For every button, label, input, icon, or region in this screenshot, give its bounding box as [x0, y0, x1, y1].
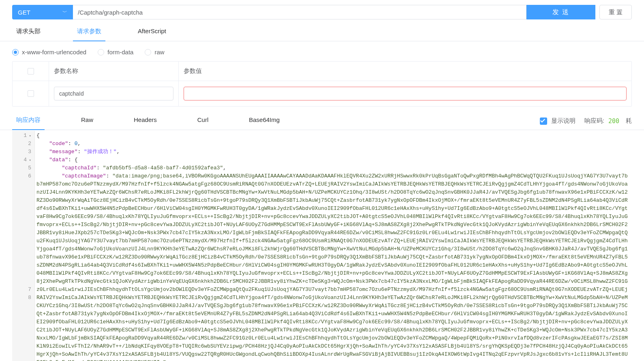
radio-label: raw	[154, 49, 164, 56]
url-input[interactable]	[73, 5, 526, 19]
show-desc-checkbox[interactable]	[540, 117, 547, 125]
body-type-radios: x-www-form-urlencoded form-data raw	[0, 41, 644, 61]
tab-raw[interactable]: Raw	[77, 116, 97, 130]
resp-code-value: 200	[608, 117, 619, 125]
radio-urlencoded[interactable]: x-www-form-urlencoded	[12, 49, 86, 56]
show-desc-label: 显示说明	[551, 117, 576, 125]
param-name-input[interactable]	[54, 87, 173, 100]
tab-response-content[interactable]: 响应内容	[12, 116, 45, 130]
tab-request-headers[interactable]: 请求头部	[12, 28, 45, 41]
chevron-down-icon: ﹀	[62, 9, 67, 16]
response-tabs: 响应内容 Raw Headers Curl Base64Img	[12, 116, 284, 130]
send-button[interactable]: 发 送	[526, 5, 595, 19]
request-tabs: 请求头部 请求参数 AfterScript	[0, 19, 644, 41]
row-checkbox[interactable]	[28, 90, 34, 97]
radio-icon	[98, 49, 104, 56]
params-name-header: 参数名称	[49, 62, 179, 81]
tab-request-params[interactable]: 请求参数	[73, 28, 105, 41]
method-value: GET	[18, 9, 30, 16]
radio-label: form-data	[107, 49, 133, 56]
editor-gutter: 1 2 3 4 5 6 7 8	[12, 131, 35, 361]
radio-formdata[interactable]: form-data	[98, 49, 133, 56]
method-select[interactable]: GET ﹀	[12, 5, 73, 19]
resp-time-label: 耗	[626, 117, 632, 125]
radio-icon	[12, 49, 19, 56]
tab-base64img[interactable]: Base64Img	[245, 116, 284, 130]
params-value-header: 参数值	[179, 62, 631, 81]
tab-afterscript[interactable]: AfterScript	[134, 28, 170, 41]
param-value-input[interactable]	[184, 87, 627, 100]
tab-headers[interactable]: Headers	[130, 116, 161, 130]
radio-label: x-www-form-urlencoded	[22, 49, 86, 56]
response-editor[interactable]: 1 2 3 4 5 6 7 8 { "code": 0, "message": …	[12, 131, 632, 361]
params-table: 参数名称 参数值	[12, 61, 632, 107]
radio-raw[interactable]: raw	[145, 49, 164, 56]
response-status: 显示说明 响应码: 200 耗	[540, 117, 632, 129]
tab-curl[interactable]: Curl	[193, 116, 213, 130]
editor-code[interactable]: { "code": 0, "message": "操作成功！", "data":…	[35, 131, 632, 361]
reset-button[interactable]: 重 置	[599, 5, 632, 19]
checkbox-all[interactable]	[28, 68, 34, 75]
resp-code-label: 响应码:	[584, 117, 604, 125]
radio-icon	[145, 49, 151, 56]
